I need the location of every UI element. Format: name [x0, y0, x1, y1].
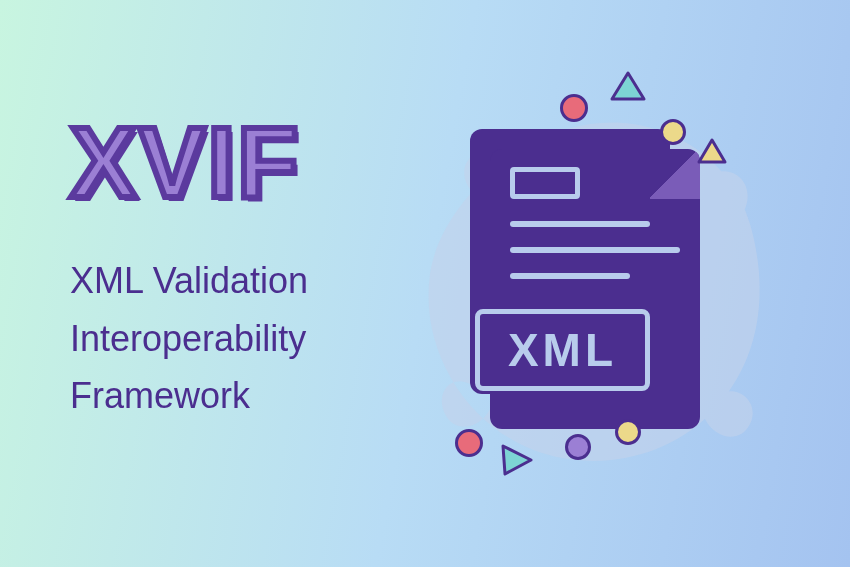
- decoration-triangle-icon: [695, 136, 729, 166]
- decoration-circle-icon: [660, 119, 686, 145]
- decoration-triangle-icon: [608, 69, 648, 105]
- decoration-circle-icon: [565, 434, 591, 460]
- svg-marker-1: [699, 140, 725, 162]
- svg-marker-2: [503, 446, 531, 474]
- subtitle: XML Validation Interoperability Framewor…: [70, 252, 308, 425]
- text-section: XVIF XML Validation Interoperability Fra…: [0, 112, 308, 455]
- document-header-box: [510, 167, 580, 199]
- document-front-icon: XML: [490, 149, 700, 429]
- subtitle-line-1: XML Validation: [70, 252, 308, 310]
- graphic-section: XML: [380, 74, 800, 494]
- subtitle-line-2: Interoperability: [70, 310, 308, 368]
- decoration-triangle-icon: [495, 442, 535, 478]
- subtitle-line-3: Framework: [70, 367, 308, 425]
- document-line: [510, 221, 650, 227]
- xml-label-badge: XML: [475, 309, 650, 391]
- decoration-circle-icon: [615, 419, 641, 445]
- main-container: XVIF XML Validation Interoperability Fra…: [0, 0, 850, 567]
- document-line: [510, 247, 680, 253]
- svg-marker-0: [612, 73, 644, 99]
- document-line: [510, 273, 630, 279]
- decoration-circle-icon: [560, 94, 588, 122]
- title: XVIF: [70, 112, 308, 212]
- document-corner-fold: [650, 149, 700, 199]
- decoration-circle-icon: [455, 429, 483, 457]
